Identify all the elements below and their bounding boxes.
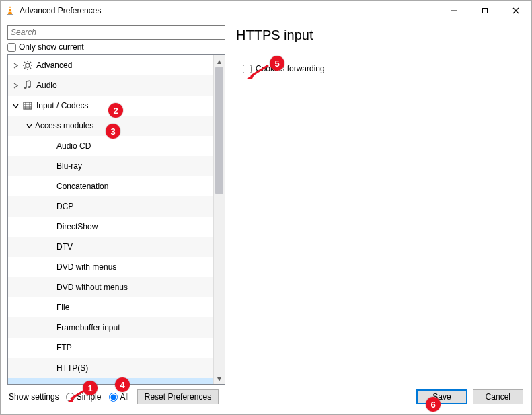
tree-item-label: DVD without menus (55, 282, 128, 292)
tree-item-label: HTTP(S) (55, 363, 88, 373)
divider (235, 54, 525, 54)
svg-point-18 (28, 86, 31, 88)
tree-item[interactable]: Blu-ray (8, 156, 213, 176)
svg-line-13 (24, 62, 26, 63)
tree-item-label: DVD with menus (55, 262, 116, 272)
tree-item[interactable]: Audio CD (8, 136, 213, 156)
settings-panel: HTTPS input Cookies forwarding (235, 25, 525, 385)
annotation-marker-1: 1 (83, 381, 98, 395)
svg-line-15 (24, 68, 26, 69)
annotation-marker-2: 2 (108, 103, 123, 118)
tree-item-label: Input / Codecs (35, 101, 88, 110)
close-button[interactable] (500, 1, 531, 21)
minimize-button[interactable] (439, 1, 469, 21)
svg-rect-1 (7, 14, 13, 15)
chevron-right-icon[interactable] (11, 63, 20, 69)
only-show-current[interactable]: Only show current (7, 42, 225, 52)
tree-item[interactable]: Advanced (8, 55, 213, 75)
gear-icon (20, 60, 35, 71)
chevron-right-icon[interactable] (11, 83, 20, 89)
tree-item[interactable]: DirectShow (8, 217, 213, 237)
tree-item-label: FTP (55, 343, 72, 352)
tree-item-label: Audio CD (55, 141, 91, 151)
tree-item-label: File (55, 303, 69, 312)
tree-item[interactable]: DCP (8, 196, 213, 217)
mode-all[interactable]: All (109, 392, 128, 402)
cancel-button[interactable]: Cancel (473, 389, 523, 404)
annotation-marker-6: 6 (426, 397, 441, 412)
svg-rect-5 (483, 9, 488, 13)
tree-item[interactable]: HTTPS (8, 378, 213, 384)
svg-marker-0 (8, 6, 12, 14)
left-panel: Only show current AdvancedAudioInput / C… (7, 25, 225, 385)
svg-rect-2 (9, 8, 11, 9)
tree-item-label: HTTPS (55, 383, 83, 384)
tree-item[interactable]: DTV (8, 237, 213, 257)
svg-point-17 (24, 87, 27, 89)
only-show-current-checkbox[interactable] (7, 43, 16, 52)
save-button[interactable]: Save (416, 389, 467, 404)
svg-marker-25 (247, 73, 255, 79)
tree-item[interactable]: File (8, 297, 213, 317)
annotation-marker-4: 4 (115, 377, 130, 392)
mode-all-radio[interactable] (109, 393, 118, 402)
vlc-cone-icon (5, 5, 15, 16)
annotation-marker-5: 5 (270, 56, 284, 71)
svg-rect-19 (24, 102, 32, 109)
tree-item-label: DirectShow (55, 222, 98, 231)
panel-title: HTTPS input (236, 28, 525, 43)
tree-item-label: Advanced (35, 61, 72, 70)
annotation-marker-3: 3 (106, 124, 120, 139)
tree-item-label: DTV (55, 242, 73, 252)
maximize-button[interactable] (469, 1, 500, 21)
reset-preferences-button[interactable]: Reset Preferences (137, 389, 219, 404)
tree-item-label: Blu-ray (55, 161, 82, 171)
tree-item[interactable]: Audio (8, 75, 213, 96)
svg-line-16 (30, 62, 32, 63)
scrollbar-thumb[interactable] (215, 67, 223, 194)
search-input[interactable] (7, 25, 225, 40)
tree-item[interactable]: Framebuffer input (8, 317, 213, 338)
tree-item[interactable]: HTTP(S) (8, 358, 213, 378)
tree-item-label: Framebuffer input (55, 323, 120, 332)
only-show-current-label: Only show current (19, 42, 84, 52)
tree-item-label: Audio (35, 81, 57, 90)
mode-all-label: All (120, 392, 128, 402)
tree-item[interactable]: Concatenation (8, 176, 213, 196)
annotation-arrow (247, 64, 270, 79)
scroll-down-icon[interactable]: ▾ (214, 373, 225, 384)
titlebar: Advanced Preferences (1, 1, 531, 21)
show-settings-label: Show settings (9, 392, 59, 402)
svg-rect-3 (9, 11, 12, 12)
chevron-down-icon[interactable] (24, 123, 34, 129)
tree-scrollbar[interactable]: ▴ ▾ (213, 55, 225, 384)
svg-line-26 (71, 391, 84, 399)
svg-line-14 (30, 68, 32, 69)
chevron-down-icon[interactable] (11, 103, 20, 109)
audio-icon (20, 80, 35, 91)
preferences-window: Advanced Preferences Only show current A… (0, 0, 532, 415)
tree-item-label: Concatenation (55, 182, 108, 191)
tree-item-label: DCP (55, 202, 73, 211)
tree-item[interactable]: DVD with menus (8, 257, 213, 277)
tree-item[interactable]: FTP (8, 338, 213, 358)
codec-icon (20, 100, 35, 111)
tree-item-label: Access modules (34, 121, 93, 130)
tree-item[interactable]: DVD without menus (8, 277, 213, 297)
svg-marker-27 (68, 396, 75, 402)
scroll-up-icon[interactable]: ▴ (214, 55, 225, 67)
window-title: Advanced Preferences (20, 6, 101, 15)
svg-point-8 (26, 63, 30, 67)
